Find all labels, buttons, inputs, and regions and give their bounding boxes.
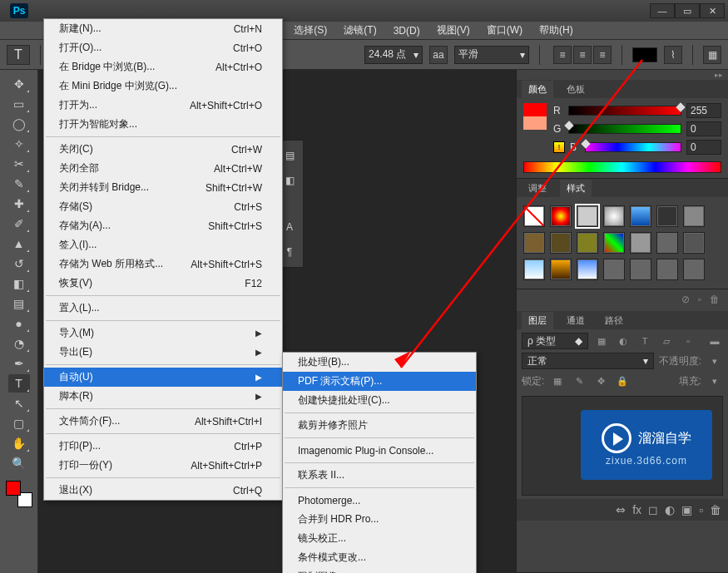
hue-ramp[interactable]	[523, 161, 721, 173]
file-menu-item[interactable]: 置入(L)...	[44, 299, 282, 318]
file-menu-item[interactable]: 关闭并转到 Bridge...Shift+Ctrl+W	[44, 178, 282, 197]
automate-menu-item[interactable]: 合并到 HDR Pro...	[283, 510, 476, 529]
maximize-button[interactable]: ▭	[675, 3, 700, 18]
align-right-icon[interactable]: ≡	[593, 46, 612, 64]
foreground-background-colors[interactable]	[6, 481, 32, 507]
style-none[interactable]	[523, 205, 545, 227]
marquee-tool[interactable]: ▭	[8, 95, 30, 113]
tab-styles[interactable]: 样式	[560, 180, 592, 197]
zoom-tool[interactable]: 🔍	[8, 454, 30, 472]
automate-menu-item[interactable]: 批处理(B)...	[283, 353, 476, 372]
minimize-button[interactable]: —	[650, 3, 675, 18]
style-swatch[interactable]	[603, 259, 625, 280]
automate-menu-item[interactable]: 裁剪并修齐照片	[283, 416, 476, 435]
font-size-select[interactable]: 24.48 点▾	[364, 46, 423, 64]
automate-menu-item[interactable]: Imagenomic Plug-in Console...	[283, 441, 476, 460]
hand-tool[interactable]: ✋	[8, 434, 30, 452]
file-menu-item[interactable]: 打印(P)...Ctrl+P	[44, 437, 282, 456]
text-color-swatch[interactable]	[632, 47, 657, 62]
file-menu-item[interactable]: 签入(I)...	[44, 235, 282, 254]
healing-tool[interactable]: ✚	[8, 195, 30, 213]
align-left-icon[interactable]: ≡	[553, 46, 572, 64]
blur-tool[interactable]: ●	[8, 314, 30, 333]
file-menu-item[interactable]: 在 Bridge 中浏览(B)...Alt+Ctrl+O	[44, 57, 282, 77]
filter-adjust-icon[interactable]: ◐	[615, 333, 631, 349]
filter-shape-icon[interactable]: ▱	[658, 333, 675, 349]
style-swatch[interactable]	[550, 259, 572, 280]
group-icon[interactable]: ▣	[681, 503, 692, 516]
b-value[interactable]: 0	[686, 140, 721, 155]
g-slider[interactable]	[568, 124, 681, 134]
file-menu-item[interactable]: 关闭(C)Ctrl+W	[44, 140, 282, 159]
style-swatch[interactable]	[683, 259, 705, 280]
file-menu-item[interactable]: 导入(M)▶	[44, 324, 282, 343]
style-swatch[interactable]	[523, 232, 545, 254]
style-swatch[interactable]	[603, 232, 625, 254]
layers-list[interactable]: 溜溜自学 zixue.3d66.com	[522, 396, 723, 496]
automate-menu-item[interactable]: 限制图像...	[283, 567, 476, 573]
gradient-tool[interactable]: ▤	[8, 294, 30, 313]
layer-filter-kind[interactable]: ρ 类型◆	[522, 333, 588, 349]
crop-tool[interactable]: ✂	[8, 155, 30, 173]
automate-menu-item[interactable]: 创建快捷批处理(C)...	[283, 391, 476, 410]
delete-icon[interactable]: 🗑	[710, 503, 721, 516]
panel-collapse[interactable]: ▸▸	[517, 70, 728, 80]
panels-icon[interactable]: ▦	[703, 46, 721, 64]
style-swatch[interactable]	[603, 205, 625, 227]
tab-channels[interactable]: 通道	[560, 312, 592, 329]
lock-all-icon[interactable]: 🔒	[614, 373, 631, 389]
stamp-tool[interactable]: ▲	[8, 235, 30, 253]
style-swatch[interactable]	[550, 232, 572, 254]
file-menu-item[interactable]: 新建(N)...Ctrl+N	[44, 19, 282, 38]
file-menu-item[interactable]: 导出(E)▶	[44, 343, 282, 362]
style-swatch[interactable]	[630, 259, 651, 280]
file-menu-item[interactable]: 在 Mini Bridge 中浏览(G)...	[44, 77, 282, 96]
history-brush-tool[interactable]: ↺	[8, 254, 30, 273]
menu-3d[interactable]: 3D(D)	[385, 23, 428, 38]
menu-window[interactable]: 窗口(W)	[478, 22, 531, 39]
b-slider[interactable]	[585, 142, 681, 152]
shape-tool[interactable]: ▢	[8, 414, 30, 432]
tab-adjustments[interactable]: 调整	[522, 180, 553, 197]
style-swatch[interactable]	[656, 205, 678, 227]
style-swatch[interactable]	[630, 205, 651, 227]
new-icon[interactable]: ▫	[698, 294, 701, 305]
style-swatch[interactable]	[577, 259, 598, 280]
menu-select[interactable]: 选择(S)	[285, 22, 335, 39]
file-menu-item[interactable]: 打开为...Alt+Shift+Ctrl+O	[44, 96, 282, 115]
filter-smart-icon[interactable]: ▫	[680, 333, 696, 349]
automate-menu-item[interactable]: 条件模式更改...	[283, 548, 476, 567]
tab-paths[interactable]: 路径	[598, 312, 630, 329]
lock-pixel-icon[interactable]: ✎	[571, 373, 587, 389]
mask-icon[interactable]: ◻	[648, 503, 658, 516]
file-menu-item[interactable]: 关闭全部Alt+Ctrl+W	[44, 159, 282, 178]
move-tool[interactable]: ✥	[8, 75, 30, 93]
style-swatch[interactable]	[577, 232, 598, 254]
file-menu-item[interactable]: 存储为 Web 所用格式...Alt+Shift+Ctrl+S	[44, 254, 282, 274]
no-icon[interactable]: ⊘	[681, 294, 690, 305]
file-menu-item[interactable]: 退出(X)Ctrl+Q	[44, 481, 282, 500]
fill-value[interactable]: ▾	[706, 373, 723, 389]
file-menu-item[interactable]: 打印一份(Y)Alt+Shift+Ctrl+P	[44, 456, 282, 475]
style-swatch[interactable]	[630, 232, 651, 254]
tab-swatches[interactable]: 色板	[560, 81, 592, 98]
file-menu-item[interactable]: 文件简介(F)...Alt+Shift+Ctrl+I	[44, 412, 282, 431]
aa-icon[interactable]: aa	[429, 46, 448, 64]
style-swatch[interactable]	[656, 259, 678, 280]
opacity-value[interactable]: ▾	[706, 353, 723, 369]
lock-pos-icon[interactable]: ✥	[592, 373, 609, 389]
style-swatch[interactable]	[656, 232, 678, 254]
automate-menu-item[interactable]: PDF 演示文稿(P)...	[283, 372, 476, 391]
file-menu-item[interactable]: 自动(U)▶	[44, 368, 282, 387]
g-value[interactable]: 0	[686, 121, 721, 136]
menu-filter[interactable]: 滤镜(T)	[335, 22, 384, 39]
style-swatch[interactable]	[683, 232, 705, 254]
blend-mode-select[interactable]: 正常▾	[522, 353, 654, 369]
trash-icon[interactable]: 🗑	[710, 294, 720, 305]
filter-type-icon[interactable]: T	[636, 333, 653, 349]
foreground-color[interactable]	[6, 481, 21, 496]
link-icon[interactable]: ⇔	[616, 503, 626, 516]
tab-layers[interactable]: 图层	[522, 312, 553, 329]
file-menu-item[interactable]: 脚本(R)▶	[44, 387, 282, 406]
style-swatch[interactable]	[550, 205, 572, 227]
